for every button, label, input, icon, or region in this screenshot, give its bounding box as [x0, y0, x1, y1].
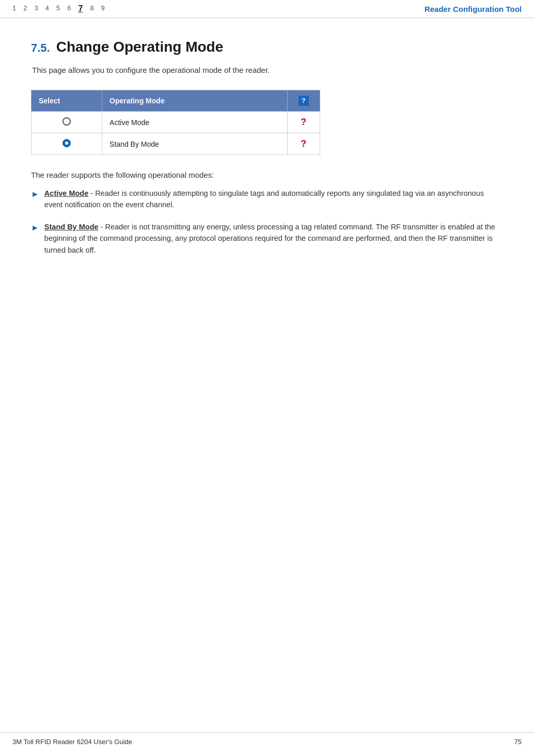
table-header-help: ?: [287, 90, 320, 112]
page-header: 1 2 3 4 5 6 7 8 9 Reader Configuration T…: [0, 0, 534, 18]
mode-detail-standby: - Reader is not transmitting any energy,…: [44, 223, 495, 254]
mode-name-active: Active Mode: [44, 189, 88, 197]
mode-name-standby: Stand By Mode: [44, 223, 99, 231]
section-title: Change Operating Mode: [56, 39, 224, 55]
nav-7-current[interactable]: 7: [78, 4, 83, 13]
description-intro: The reader supports the following operat…: [31, 171, 503, 179]
bullet-arrow-icon: ►: [31, 188, 39, 201]
nav-5[interactable]: 5: [56, 4, 60, 13]
nav-4[interactable]: 4: [45, 4, 49, 13]
nav-9[interactable]: 9: [101, 4, 105, 13]
select-cell-standby[interactable]: [32, 133, 102, 155]
table-header-select: Select: [32, 90, 102, 112]
mode-detail-active: - Reader is continuously attempting to s…: [44, 189, 484, 209]
chapter-nav: 1 2 3 4 5 6 7 8 9: [12, 4, 105, 13]
bullet-arrow-icon-2: ►: [31, 222, 39, 235]
select-cell-active[interactable]: [32, 112, 102, 133]
nav-2[interactable]: 2: [23, 4, 27, 13]
radio-filled-standby[interactable]: [62, 139, 71, 147]
footer-left: 3M Toll RFID Reader 6204 User's Guide: [12, 738, 132, 746]
modes-description: The reader supports the following operat…: [31, 171, 503, 256]
main-content: 7.5. Change Operating Mode This page all…: [0, 18, 534, 297]
help-cell-active[interactable]: ?: [287, 112, 320, 133]
section-heading: 7.5. Change Operating Mode: [31, 39, 503, 55]
table-header-mode: Operating Mode: [102, 90, 288, 112]
section-number: 7.5.: [31, 41, 50, 55]
footer-right: 75: [514, 738, 522, 746]
mode-description-active: Active Mode - Reader is continuously att…: [44, 188, 503, 211]
page-footer: 3M Toll RFID Reader 6204 User's Guide 75: [0, 732, 534, 746]
help-icon-header: ?: [299, 96, 309, 106]
list-item: ► Stand By Mode - Reader is not transmit…: [31, 221, 503, 256]
nav-8[interactable]: 8: [90, 4, 93, 13]
table-row: Active Mode ?: [32, 112, 320, 133]
nav-3[interactable]: 3: [34, 4, 38, 13]
table-row: Stand By Mode ?: [32, 133, 320, 155]
operating-mode-table: Select Operating Mode ? Active Mode ? St…: [31, 90, 320, 155]
radio-empty-active[interactable]: [62, 117, 71, 126]
modes-list: ► Active Mode - Reader is continuously a…: [31, 188, 503, 256]
list-item: ► Active Mode - Reader is continuously a…: [31, 188, 503, 211]
help-cell-standby[interactable]: ?: [287, 133, 320, 155]
mode-description-standby: Stand By Mode - Reader is not transmitti…: [44, 221, 503, 256]
section-intro: This page allows you to configure the op…: [32, 66, 503, 74]
nav-6[interactable]: 6: [67, 4, 71, 13]
nav-1[interactable]: 1: [12, 4, 16, 13]
mode-cell-active: Active Mode: [102, 112, 288, 133]
mode-cell-standby: Stand By Mode: [102, 133, 288, 155]
header-title: Reader Configuration Tool: [425, 5, 522, 13]
